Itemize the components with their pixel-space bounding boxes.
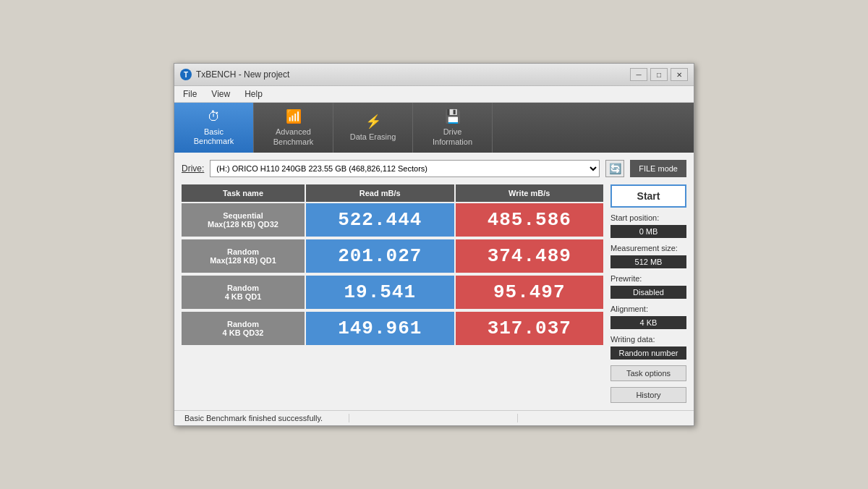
menubar: File View Help — [174, 86, 694, 103]
measurement-size-label: Measurement size: — [610, 244, 686, 252]
start-position-value: 0 MB — [610, 225, 686, 238]
alignment-value: 4 KB — [610, 316, 686, 329]
titlebar: T TxBENCH - New project ─ □ ✕ — [174, 64, 694, 86]
start-button[interactable]: Start — [610, 184, 686, 208]
read-value-random-128: 201.027 — [306, 239, 454, 273]
menu-file[interactable]: File — [180, 88, 200, 101]
drive-row: Drive: (H:) ORICO H110 240GB 223.55 GB (… — [182, 160, 686, 177]
drive-label: Drive: — [182, 163, 204, 174]
start-position-label: Start position: — [610, 213, 686, 222]
history-button[interactable]: History — [610, 387, 686, 403]
titlebar-controls: ─ □ ✕ — [630, 68, 688, 81]
tab-erasing-label: Data Erasing — [350, 132, 396, 142]
prewrite-value: Disabled — [610, 286, 686, 299]
app-icon: T — [180, 69, 192, 80]
window-title: TxBENCH - New project — [196, 69, 289, 80]
write-value-random-128: 374.489 — [456, 239, 604, 273]
tab-advanced-benchmark[interactable]: 📶 AdvancedBenchmark — [254, 103, 333, 152]
table-row: Random4 KB QD1 19.541 95.497 — [182, 276, 603, 309]
tab-basic-label: BasicBenchmark — [194, 127, 234, 146]
maximize-button[interactable]: □ — [650, 68, 668, 81]
toolbar: ⏱ BasicBenchmark 📶 AdvancedBenchmark ⚡ D… — [174, 103, 694, 152]
main-area: Task name Read mB/s Write mB/s Sequentia… — [182, 184, 686, 403]
file-mode-button[interactable]: FILE mode — [630, 160, 686, 177]
menu-view[interactable]: View — [208, 88, 233, 101]
col-header-task: Task name — [182, 184, 305, 202]
statusbar-message: Basic Benchmark finished successfully. — [182, 414, 349, 422]
benchmark-table: Task name Read mB/s Write mB/s Sequentia… — [182, 184, 603, 403]
write-value-random-4kb-qd1: 95.497 — [456, 276, 604, 309]
minimize-button[interactable]: ─ — [630, 68, 647, 81]
tab-drive-information[interactable]: 💾 DriveInformation — [413, 103, 493, 152]
measurement-size-value: 512 MB — [610, 255, 686, 268]
advanced-benchmark-icon: 📶 — [286, 109, 302, 124]
write-value-random-4kb-qd32: 317.037 — [456, 312, 604, 345]
prewrite-label: Prewrite: — [610, 274, 686, 283]
write-value-sequential: 485.586 — [456, 203, 604, 237]
main-window: T TxBENCH - New project ─ □ ✕ File View … — [174, 63, 694, 425]
row-name-sequential: SequentialMax(128 KB) QD32 — [182, 203, 305, 237]
statusbar: Basic Benchmark finished successfully. — [174, 410, 694, 425]
tab-drive-label: DriveInformation — [433, 127, 472, 146]
drive-information-icon: 💾 — [445, 109, 461, 124]
menu-help[interactable]: Help — [242, 88, 265, 101]
alignment-label: Alignment: — [610, 305, 686, 313]
data-erasing-icon: ⚡ — [365, 114, 381, 129]
statusbar-segment2 — [351, 414, 519, 422]
content-area: Drive: (H:) ORICO H110 240GB 223.55 GB (… — [174, 153, 694, 410]
col-header-read: Read mB/s — [306, 184, 454, 202]
read-value-sequential: 522.444 — [306, 203, 454, 237]
row-name-random-128: RandomMax(128 KB) QD1 — [182, 239, 305, 273]
tab-data-erasing[interactable]: ⚡ Data Erasing — [333, 103, 413, 152]
table-header: Task name Read mB/s Write mB/s — [182, 184, 603, 202]
read-value-random-4kb-qd1: 19.541 — [306, 276, 454, 309]
table-row: Random4 KB QD32 149.961 317.037 — [182, 312, 603, 345]
row-name-random-4kb-qd1: Random4 KB QD1 — [182, 276, 305, 309]
drive-select[interactable]: (H:) ORICO H110 240GB 223.55 GB (468,826… — [210, 160, 600, 177]
task-options-button[interactable]: Task options — [610, 365, 686, 381]
basic-benchmark-icon: ⏱ — [208, 109, 221, 124]
writing-data-value: Random number — [610, 346, 686, 360]
tab-advanced-label: AdvancedBenchmark — [273, 127, 314, 146]
row-name-random-4kb-qd32: Random4 KB QD32 — [182, 312, 305, 345]
table-row: SequentialMax(128 KB) QD32 522.444 485.5… — [182, 203, 603, 237]
table-row: RandomMax(128 KB) QD1 201.027 374.489 — [182, 239, 603, 273]
sidebar: Start Start position: 0 MB Measurement s… — [610, 184, 686, 403]
titlebar-left: T TxBENCH - New project — [180, 69, 289, 80]
close-button[interactable]: ✕ — [671, 68, 688, 81]
read-value-random-4kb-qd32: 149.961 — [306, 312, 454, 345]
tab-basic-benchmark[interactable]: ⏱ BasicBenchmark — [174, 103, 254, 152]
writing-data-label: Writing data: — [610, 335, 686, 344]
col-header-write: Write mB/s — [456, 184, 604, 202]
statusbar-segment3 — [519, 414, 686, 422]
drive-refresh-button[interactable]: 🔄 — [605, 160, 624, 177]
